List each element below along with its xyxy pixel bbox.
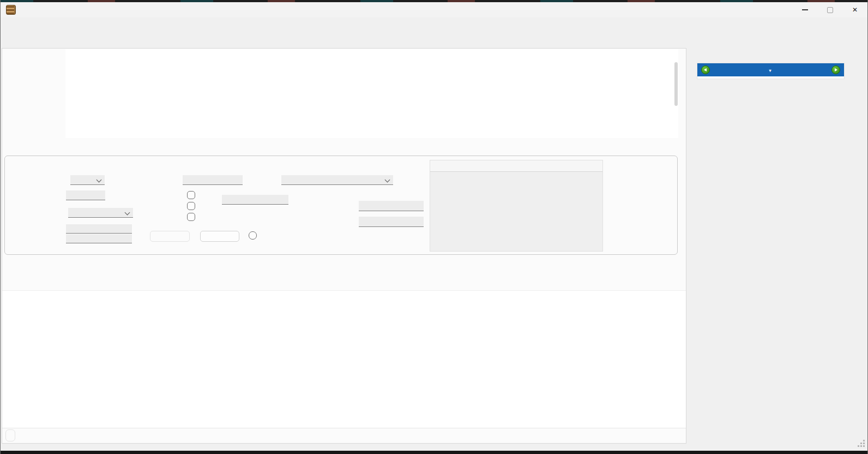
fach-combo[interactable] — [281, 175, 393, 185]
dauerapparat-radio[interactable] — [187, 213, 195, 221]
app-icon — [6, 5, 16, 15]
medien-hinzufuegen-button[interactable] — [5, 429, 15, 441]
apparat-id-adis-input[interactable] — [359, 217, 424, 227]
medienliste-body — [2, 302, 686, 428]
titlebar: ✕ — [1, 2, 867, 17]
prof-name-combo[interactable] — [68, 208, 133, 218]
minimize-icon — [802, 9, 808, 10]
chevron-down-icon — [385, 177, 390, 183]
apparatsdetails-group — [4, 156, 678, 255]
close-button[interactable]: ✕ — [842, 2, 867, 17]
prof-id-adis-input[interactable] — [359, 201, 424, 211]
close-icon: ✕ — [852, 7, 858, 13]
calendar-header: ▾ — [697, 63, 844, 76]
apps-table — [65, 49, 678, 138]
apparatsname-input[interactable] — [183, 175, 243, 185]
winter-radio[interactable] — [187, 191, 195, 199]
chevron-down-icon: ▾ — [769, 64, 771, 77]
menubar — [1, 17, 867, 34]
arrow-left-icon — [704, 68, 707, 71]
screen-bottom-edge — [1, 451, 867, 454]
semester-year-input[interactable] — [222, 195, 288, 205]
tel-input[interactable] — [66, 234, 132, 243]
tab-page-anlegen — [2, 48, 686, 444]
apparatsnummer-combo[interactable] — [70, 175, 105, 185]
aktualisieren-button[interactable] — [200, 231, 239, 242]
minimize-button[interactable] — [792, 2, 817, 17]
maximize-button[interactable] — [817, 2, 842, 17]
apps-table-scrollbar[interactable] — [674, 62, 678, 106]
calendar-prev-month-button[interactable] — [701, 65, 710, 74]
prof-titel-input[interactable] — [66, 190, 105, 200]
resize-grip-icon[interactable] — [857, 440, 865, 447]
calendar-next-month-button[interactable] — [831, 65, 840, 74]
calendar-month-year[interactable]: ▾ — [697, 63, 844, 76]
mail-senden-checkbox[interactable] — [249, 231, 257, 240]
speichern-button[interactable] — [150, 231, 190, 242]
chevron-down-icon — [97, 177, 102, 183]
arrow-right-icon — [835, 68, 837, 71]
calendar: ▾ — [697, 63, 845, 79]
maximize-icon — [827, 7, 833, 13]
document-table — [430, 160, 603, 252]
medienliste-header — [2, 290, 686, 303]
sommer-radio[interactable] — [187, 202, 195, 210]
app-window: ✕ — [0, 0, 868, 454]
mail-input[interactable] — [66, 224, 132, 234]
chevron-down-icon — [125, 210, 130, 216]
window-controls: ✕ — [792, 2, 867, 17]
